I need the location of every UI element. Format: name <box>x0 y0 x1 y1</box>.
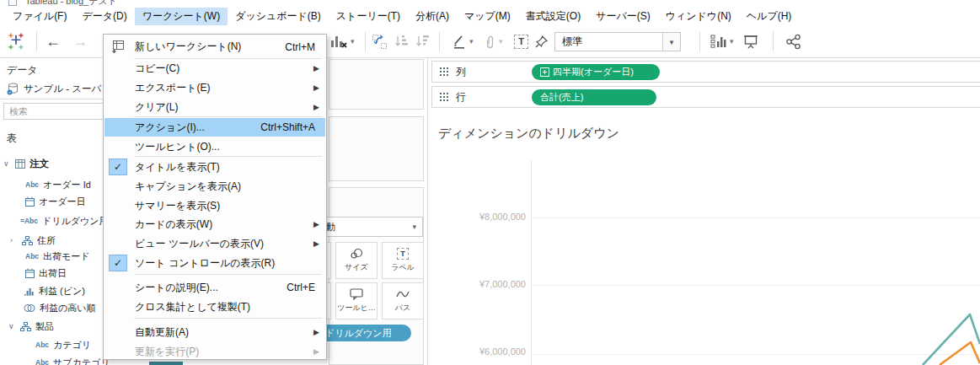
path-button[interactable]: パス <box>382 282 424 319</box>
field-orders-table[interactable]: ∨ 注文 <box>3 156 49 171</box>
tooltip-button[interactable]: ツールヒ… <box>335 282 378 319</box>
field-order-id[interactable]: Abc オーダー Id <box>25 177 91 192</box>
menu-item-show-cards[interactable]: カードの表示(W) ▶ <box>104 215 325 233</box>
rows-shelf[interactable]: 行 合計(売上) <box>431 86 980 108</box>
field-category[interactable]: Abc カテゴリ <box>35 337 91 352</box>
field-profit-bin[interactable]: 利益 (ビン) <box>24 283 85 298</box>
field-label: 出荷日 <box>39 267 67 280</box>
abc-icon: Abc <box>35 358 49 365</box>
menu-item-show-sort-controls[interactable]: ✓ ソート コントロールの表示(R) <box>104 254 325 272</box>
show-hide-cards-button[interactable]: ▾ <box>710 25 734 57</box>
field-label: ドリルダウン用 <box>42 215 109 228</box>
menu-item-auto-updates[interactable]: 自動更新(A) ▶ <box>104 323 325 341</box>
field-top-profit-set[interactable]: 利益の高い順 <box>24 300 96 315</box>
menu-data[interactable]: データ(D) <box>74 8 134 25</box>
show-cards-icon <box>710 34 727 49</box>
menu-format[interactable]: 書式設定(O) <box>518 8 588 25</box>
field-ship-date[interactable]: 出荷日 <box>25 266 67 281</box>
menu-item-new-worksheet[interactable]: 新しいワークシート(N) Ctrl+M <box>104 37 325 56</box>
columns-pill-quarter-orderdate[interactable]: 四半期(オーダー日) <box>532 64 660 80</box>
menu-item-show-summary[interactable]: サマリーを表示(S) <box>104 196 325 215</box>
field-subcategory[interactable]: Abc サブカテゴリ <box>35 355 110 365</box>
field-product-hierarchy[interactable]: ∨ 製品 <box>8 319 54 334</box>
columns-shelf[interactable]: 列 四半期(オーダー日) <box>431 61 980 83</box>
menu-item-describe-sheet[interactable]: シートの説明(E)... Ctrl+E <box>104 278 325 297</box>
menu-item-show-caption[interactable]: キャプションを表示(A) <box>104 177 325 196</box>
pill-label: 四半期(オーダー日) <box>553 66 634 78</box>
expand-plus-icon[interactable] <box>540 67 549 77</box>
chevron-open-icon[interactable]: ∨ <box>8 322 16 330</box>
calendar-icon <box>25 196 35 207</box>
rows-pill-sum-sales[interactable]: 合計(売上) <box>532 89 656 105</box>
columns-shelf-label: 列 <box>456 65 466 79</box>
menu-dashboard[interactable]: ダッシュボード(B) <box>228 8 329 25</box>
menu-item-actions[interactable]: アクション(I)... Ctrl+Shift+A <box>104 118 325 137</box>
datasource-item[interactable]: サンプル - スーパ <box>7 81 101 96</box>
menu-analysis[interactable]: 分析(A) <box>408 8 457 25</box>
menu-item-show-view-toolbar[interactable]: ビュー ツールバーの表示(V) ▶ <box>104 234 325 253</box>
tab-data[interactable]: データ <box>7 63 38 78</box>
group-button[interactable]: ▾ <box>484 25 503 57</box>
highlight-button[interactable]: ▾ <box>452 25 474 57</box>
size-button[interactable]: サイズ <box>335 242 378 279</box>
field-label: 利益の高い順 <box>40 302 96 314</box>
menu-item-tooltip[interactable]: ツールヒント(O)... <box>104 137 325 156</box>
field-address-hierarchy[interactable]: › 住所 <box>10 233 56 248</box>
undo-back-button[interactable]: ← <box>46 25 61 57</box>
line-chart[interactable] <box>431 111 980 365</box>
menu-item-label: シートの説明(E)... <box>135 281 218 295</box>
chevron-closed-icon[interactable]: › <box>10 236 18 244</box>
rows-shelf-label: 行 <box>456 90 466 105</box>
cards-shelf-divider <box>427 57 428 365</box>
show-mark-labels-button[interactable]: T <box>514 25 528 57</box>
menu-item-show-title[interactable]: ✓ タイトルを表示(T) <box>104 158 325 176</box>
menu-item-shortcut: Ctrl+M <box>285 41 315 53</box>
redo-forward-button[interactable]: → <box>72 25 88 57</box>
label-button[interactable]: T ラベル <box>382 242 424 279</box>
menu-item-duplicate-as-crosstab[interactable]: クロス集計として複製(T) <box>104 298 325 316</box>
menu-item-label: カードの表示(W) <box>135 217 212 232</box>
fit-selector[interactable]: 標準 ▾ <box>554 32 681 51</box>
swap-rows-columns-button[interactable] <box>372 25 388 57</box>
menu-item-copy[interactable]: コピー(C) ▶ <box>104 59 325 78</box>
menu-worksheet[interactable]: ワークシート(W) <box>135 8 228 25</box>
clear-sheet-button[interactable]: ▾ <box>329 25 355 57</box>
window-title: Tableau - blog_テスト <box>25 0 117 8</box>
sort-ascending-button[interactable] <box>394 25 409 57</box>
field-order-date[interactable]: オーダー日 <box>25 194 86 209</box>
columns-shelf-icon <box>439 67 449 77</box>
submenu-arrow-icon: ▶ <box>313 239 319 248</box>
presentation-mode-button[interactable] <box>742 25 759 57</box>
new-worksheet-icon <box>111 40 126 53</box>
share-icon <box>785 34 802 50</box>
menu-server[interactable]: サーバー(S) <box>588 8 658 25</box>
toolbar-divider <box>36 31 37 51</box>
submenu-arrow-icon: ▶ <box>313 83 319 92</box>
toolbar-divider <box>773 31 774 51</box>
swap-icon <box>372 34 388 50</box>
menu-item-export[interactable]: エクスポート(E) ▶ <box>104 78 325 97</box>
menu-item-shortcut: Ctrl+E <box>287 282 315 293</box>
menu-map[interactable]: マップ(M) <box>457 8 518 25</box>
presentation-icon <box>742 34 759 50</box>
field-ship-mode[interactable]: Abc 出荷モード <box>25 249 90 264</box>
menu-item-clear[interactable]: クリア(L) ▶ <box>104 98 325 116</box>
menu-story[interactable]: ストーリー(T) <box>329 8 408 25</box>
menu-file[interactable]: ファイル(F) <box>5 8 74 25</box>
sort-descending-button[interactable] <box>415 25 430 57</box>
fix-axes-button[interactable] <box>534 25 549 57</box>
check-icon: ✓ <box>109 255 127 271</box>
rows-shelf-icon <box>439 92 449 102</box>
field-drilldown-calc[interactable]: =Abc ドリルダウン用 <box>20 213 109 228</box>
chevron-down-icon[interactable]: ▾ <box>662 33 680 51</box>
menu-item-label: タイトルを表示(T) <box>135 160 220 174</box>
tableau-logo-icon[interactable] <box>7 25 25 57</box>
abc-icon: Abc <box>25 180 39 189</box>
menu-item-label: 更新を実行(P) <box>135 345 199 359</box>
datasource-name: サンプル - スーパ <box>24 83 101 95</box>
chevron-open-icon[interactable]: ∨ <box>3 159 11 168</box>
pin-icon <box>534 35 549 49</box>
menu-help[interactable]: ヘルプ(H) <box>739 8 800 25</box>
share-button[interactable] <box>785 25 802 57</box>
menu-window[interactable]: ウィンドウ(N) <box>658 8 739 25</box>
